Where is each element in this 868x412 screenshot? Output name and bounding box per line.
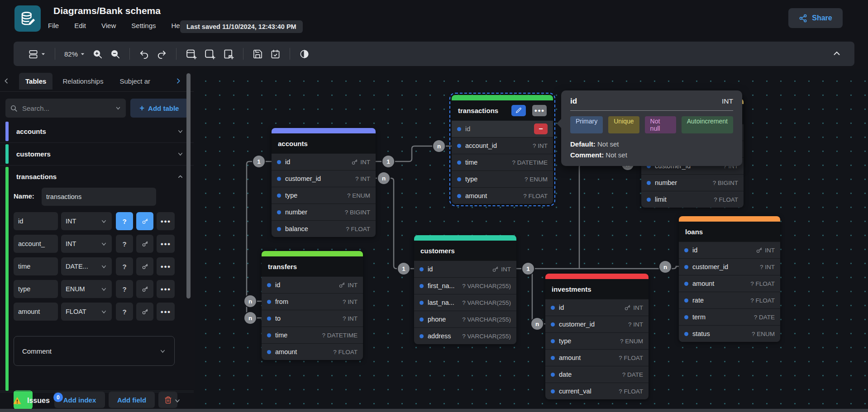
table-field-row[interactable]: id INT [679, 242, 780, 258]
field-type-select[interactable]: FLOAT [61, 303, 112, 321]
field-more-button[interactable]: ●●● [157, 303, 175, 321]
zoom-level-dropdown[interactable]: 82% [61, 48, 89, 60]
relationship-line[interactable] [579, 164, 641, 269]
primary-key-button[interactable] [136, 212, 153, 230]
table-field-row[interactable]: amount? FLOAT [679, 275, 780, 292]
table-header[interactable]: customers [414, 241, 516, 260]
canvas-table-investments[interactable]: investmentsid INTcustomer_id? INTtype? E… [545, 274, 649, 399]
table-field-row[interactable]: number? BIGINT [272, 204, 376, 220]
add-table-toolbar-button[interactable] [182, 46, 200, 62]
chevron-down-icon[interactable] [174, 397, 181, 404]
tab-subject-ar[interactable]: Subject ar [113, 73, 157, 90]
field-more-button[interactable]: ●●● [157, 212, 175, 230]
delete-field-button[interactable]: − [534, 123, 548, 134]
primary-key-button[interactable] [136, 303, 153, 321]
field-type-select[interactable]: INT [61, 235, 112, 253]
table-field-row[interactable]: to? INT [262, 310, 363, 327]
tabs-scroll-right-button[interactable] [172, 77, 185, 85]
add-note-button[interactable] [219, 46, 238, 62]
theme-toggle-button[interactable] [296, 47, 313, 62]
table-header[interactable]: accounts [272, 133, 376, 153]
zoom-out-button[interactable] [106, 47, 124, 62]
relationship-line[interactable] [516, 266, 679, 269]
field-more-button[interactable]: ●●● [157, 280, 175, 298]
sidebar-table-item-transactions[interactable]: transactionsName:INT?●●●INT?●●●DATE...?●… [0, 166, 194, 393]
add-table-button[interactable]: + Add table [130, 99, 188, 118]
menu-settings[interactable]: Settings [130, 20, 157, 31]
primary-key-button[interactable] [136, 280, 153, 298]
table-field-row[interactable]: amount? FLOAT [262, 343, 363, 360]
table-name-input[interactable] [42, 188, 156, 206]
table-field-row[interactable]: time? DATETIME [262, 327, 363, 343]
table-field-row[interactable]: amount? FLOAT [452, 187, 553, 204]
nullable-toggle-button[interactable]: ? [116, 280, 133, 298]
canvas-table-customers[interactable]: customersid INTfirst_na...? VARCHAR(255)… [414, 235, 516, 344]
chevron-down-icon[interactable] [177, 128, 184, 135]
nullable-toggle-button[interactable]: ? [116, 257, 133, 275]
table-field-row[interactable]: id INT [262, 276, 363, 293]
table-header[interactable]: investments [545, 279, 649, 299]
relationship-line[interactable] [529, 269, 545, 324]
zoom-in-button[interactable] [89, 47, 106, 62]
sidebar-table-row[interactable]: transactions [0, 166, 194, 188]
field-name-input[interactable] [14, 212, 58, 230]
primary-key-button[interactable] [136, 257, 153, 275]
field-name-input[interactable] [14, 257, 58, 275]
canvas-table-accounts[interactable]: accountsid INTcustomer_id? INTtype? ENUM… [272, 128, 376, 237]
table-field-row[interactable]: balance? FLOAT [272, 220, 376, 237]
nullable-toggle-button[interactable]: ? [116, 212, 133, 230]
table-field-row[interactable]: type? ENUM [452, 170, 553, 187]
table-field-row[interactable]: rate? FLOAT [679, 292, 780, 308]
sidebar-table-item-accounts[interactable]: accounts [0, 120, 194, 143]
table-field-row[interactable]: type? ENUM [545, 332, 649, 349]
save-button[interactable] [249, 47, 267, 62]
table-field-row[interactable]: status? ENUM [679, 325, 780, 342]
table-field-row[interactable]: limit? FLOAT [641, 191, 744, 208]
canvas-table-transactions[interactable]: transactions●●●id−account_id? INTtime? D… [452, 95, 553, 204]
table-field-row[interactable]: first_na...? VARCHAR(255) [414, 277, 516, 294]
table-field-row[interactable]: id INT [545, 299, 649, 316]
table-field-row[interactable]: account_id? INT [452, 137, 553, 154]
table-field-row[interactable]: from? INT [262, 293, 363, 310]
search-input[interactable] [21, 104, 100, 113]
table-field-row[interactable]: last_na...? VARCHAR(255) [414, 294, 516, 311]
tab-relationships[interactable]: Relationships [56, 73, 110, 90]
table-field-row[interactable]: current_val? FLOAT [545, 383, 649, 399]
table-field-row[interactable]: customer_id? INT [679, 258, 780, 275]
sidebar-table-row[interactable]: accounts [0, 120, 194, 142]
table-field-row[interactable]: date? DATE [545, 366, 649, 383]
chevron-up-icon[interactable] [177, 173, 184, 180]
collapse-toolbar-button[interactable] [832, 48, 842, 58]
field-type-select[interactable]: DATE... [61, 257, 112, 275]
menu-view[interactable]: View [100, 20, 117, 31]
table-field-row[interactable]: type? ENUM [272, 187, 376, 204]
nullable-toggle-button[interactable]: ? [116, 303, 133, 321]
field-type-select[interactable]: INT [61, 212, 112, 230]
canvas-table-transfers[interactable]: transfersid INTfrom? INTto? INTtime? DAT… [262, 251, 363, 360]
tabs-scroll-left-button[interactable] [0, 77, 13, 85]
comment-section[interactable]: Comment [14, 336, 175, 366]
view-mode-button[interactable] [24, 47, 49, 62]
table-field-row[interactable]: id INT [414, 260, 516, 277]
field-type-select[interactable]: ENUM [61, 280, 112, 298]
field-name-input[interactable] [14, 303, 58, 321]
menu-file[interactable]: File [47, 20, 60, 31]
table-search[interactable] [5, 99, 126, 118]
add-area-button[interactable] [200, 46, 219, 62]
field-name-input[interactable] [14, 235, 58, 253]
redo-button[interactable] [153, 47, 171, 62]
table-header[interactable]: transfers [262, 256, 363, 276]
menu-edit[interactable]: Edit [73, 20, 87, 31]
relationship-line[interactable] [376, 178, 414, 269]
table-field-row[interactable]: time? DATETIME [452, 154, 553, 170]
table-field-row[interactable]: number? BIGINT [641, 174, 744, 191]
canvas-table-loans[interactable]: loansid INTcustomer_id? INTamount? FLOAT… [679, 216, 780, 342]
table-field-row[interactable]: id INT [272, 153, 376, 170]
app-logo[interactable] [14, 5, 41, 32]
edit-table-button[interactable] [511, 105, 526, 116]
table-header[interactable]: transactions●●● [452, 100, 553, 120]
issues-bar[interactable]: Issues 0 [0, 391, 194, 410]
chevron-down-icon[interactable] [177, 151, 184, 157]
table-field-row[interactable]: amount? FLOAT [545, 349, 649, 366]
nullable-toggle-button[interactable]: ? [116, 235, 133, 253]
